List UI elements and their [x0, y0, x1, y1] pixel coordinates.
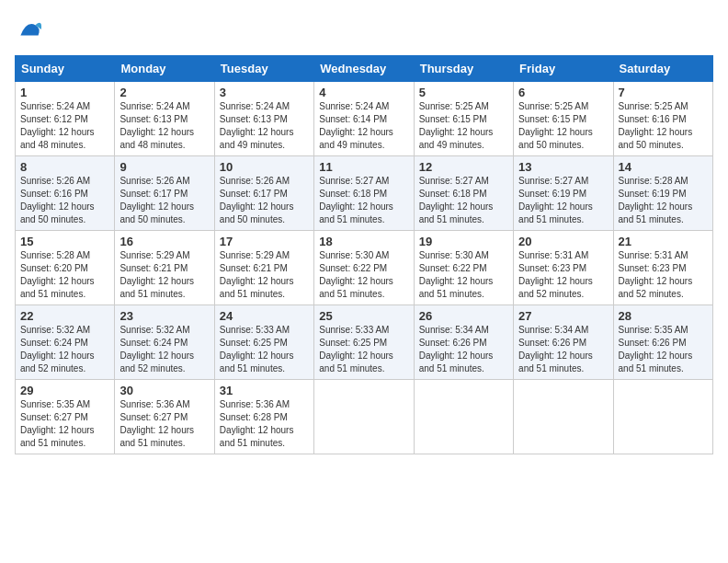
day-number: 9 [119, 160, 209, 174]
day-number: 20 [518, 235, 608, 248]
calendar-cell: 5Sunrise: 5:25 AMSunset: 6:15 PMDaylight… [414, 82, 513, 156]
day-info: Sunrise: 5:26 AMSunset: 6:16 PMDaylight:… [20, 175, 109, 226]
day-info: Sunrise: 5:28 AMSunset: 6:19 PMDaylight:… [619, 175, 708, 226]
calendar-cell: 1Sunrise: 5:24 AMSunset: 6:12 PMDaylight… [16, 82, 115, 156]
day-info: Sunrise: 5:25 AMSunset: 6:16 PMDaylight:… [619, 100, 708, 152]
col-header-sunday: Sunday [16, 56, 115, 82]
day-info: Sunrise: 5:32 AMSunset: 6:24 PMDaylight:… [20, 324, 109, 375]
day-number: 28 [619, 309, 708, 323]
calendar-cell: 2Sunrise: 5:24 AMSunset: 6:13 PMDaylight… [115, 82, 214, 156]
day-number: 15 [20, 235, 109, 248]
day-info: Sunrise: 5:31 AMSunset: 6:23 PMDaylight:… [619, 249, 708, 301]
day-info: Sunrise: 5:27 AMSunset: 6:19 PMDaylight:… [518, 175, 608, 226]
day-number: 11 [319, 160, 408, 174]
week-row-1: 1Sunrise: 5:24 AMSunset: 6:12 PMDaylight… [16, 82, 713, 156]
day-number: 27 [518, 309, 608, 323]
calendar-cell: 30Sunrise: 5:36 AMSunset: 6:27 PMDayligh… [115, 380, 214, 454]
day-number: 1 [20, 86, 109, 99]
day-number: 23 [119, 309, 209, 323]
calendar-cell [314, 380, 414, 454]
calendar-cell: 28Sunrise: 5:35 AMSunset: 6:26 PMDayligh… [613, 305, 712, 380]
day-number: 25 [319, 309, 408, 323]
day-info: Sunrise: 5:31 AMSunset: 6:23 PMDaylight:… [518, 249, 608, 301]
day-number: 6 [518, 86, 608, 99]
calendar-cell: 12Sunrise: 5:27 AMSunset: 6:18 PMDayligh… [414, 156, 513, 231]
day-info: Sunrise: 5:36 AMSunset: 6:27 PMDaylight:… [119, 398, 209, 450]
day-info: Sunrise: 5:28 AMSunset: 6:20 PMDaylight:… [20, 249, 109, 301]
day-number: 29 [20, 384, 109, 397]
calendar-cell [514, 380, 613, 454]
calendar-cell: 25Sunrise: 5:33 AMSunset: 6:25 PMDayligh… [314, 305, 414, 380]
day-number: 31 [220, 384, 309, 397]
calendar-cell: 17Sunrise: 5:29 AMSunset: 6:21 PMDayligh… [214, 231, 313, 305]
day-info: Sunrise: 5:30 AMSunset: 6:22 PMDaylight:… [419, 249, 508, 301]
day-info: Sunrise: 5:30 AMSunset: 6:22 PMDaylight:… [319, 249, 408, 301]
col-header-tuesday: Tuesday [214, 56, 313, 82]
day-info: Sunrise: 5:24 AMSunset: 6:13 PMDaylight:… [119, 100, 209, 152]
day-number: 5 [419, 86, 508, 99]
calendar-cell: 21Sunrise: 5:31 AMSunset: 6:23 PMDayligh… [613, 231, 712, 305]
day-number: 4 [319, 86, 408, 99]
calendar-cell: 26Sunrise: 5:34 AMSunset: 6:26 PMDayligh… [414, 305, 513, 380]
day-number: 18 [319, 235, 408, 248]
day-info: Sunrise: 5:29 AMSunset: 6:21 PMDaylight:… [119, 249, 209, 301]
col-header-saturday: Saturday [613, 56, 712, 82]
day-info: Sunrise: 5:35 AMSunset: 6:26 PMDaylight:… [619, 324, 708, 375]
calendar-cell: 6Sunrise: 5:25 AMSunset: 6:15 PMDaylight… [514, 82, 613, 156]
day-info: Sunrise: 5:33 AMSunset: 6:25 PMDaylight:… [319, 324, 408, 375]
calendar-cell: 15Sunrise: 5:28 AMSunset: 6:20 PMDayligh… [16, 231, 115, 305]
calendar-cell: 23Sunrise: 5:32 AMSunset: 6:24 PMDayligh… [115, 305, 214, 380]
day-info: Sunrise: 5:24 AMSunset: 6:14 PMDaylight:… [319, 100, 408, 152]
day-number: 3 [220, 86, 309, 99]
day-number: 8 [20, 160, 109, 174]
day-number: 2 [119, 86, 209, 99]
logo-icon [15, 15, 44, 44]
day-info: Sunrise: 5:26 AMSunset: 6:17 PMDaylight:… [220, 175, 309, 226]
calendar-cell: 11Sunrise: 5:27 AMSunset: 6:18 PMDayligh… [314, 156, 414, 231]
calendar-cell [613, 380, 712, 454]
calendar-cell: 3Sunrise: 5:24 AMSunset: 6:13 PMDaylight… [214, 82, 313, 156]
calendar-cell: 4Sunrise: 5:24 AMSunset: 6:14 PMDaylight… [314, 82, 414, 156]
day-number: 7 [619, 86, 708, 99]
day-number: 19 [419, 235, 508, 248]
calendar-cell: 31Sunrise: 5:36 AMSunset: 6:28 PMDayligh… [214, 380, 313, 454]
day-info: Sunrise: 5:25 AMSunset: 6:15 PMDaylight:… [518, 100, 608, 152]
col-header-friday: Friday [514, 56, 613, 82]
day-info: Sunrise: 5:35 AMSunset: 6:27 PMDaylight:… [20, 398, 109, 450]
day-number: 30 [119, 384, 209, 397]
day-number: 26 [419, 309, 508, 323]
day-info: Sunrise: 5:34 AMSunset: 6:26 PMDaylight:… [419, 324, 508, 375]
logo [15, 15, 48, 44]
day-number: 21 [619, 235, 708, 248]
day-number: 13 [518, 160, 608, 174]
calendar-cell: 9Sunrise: 5:26 AMSunset: 6:17 PMDaylight… [115, 156, 214, 231]
day-number: 17 [220, 235, 309, 248]
header [15, 15, 713, 44]
day-info: Sunrise: 5:24 AMSunset: 6:12 PMDaylight:… [20, 100, 109, 152]
day-info: Sunrise: 5:27 AMSunset: 6:18 PMDaylight:… [319, 175, 408, 226]
calendar-cell: 18Sunrise: 5:30 AMSunset: 6:22 PMDayligh… [314, 231, 414, 305]
calendar-cell: 20Sunrise: 5:31 AMSunset: 6:23 PMDayligh… [514, 231, 613, 305]
calendar-cell: 27Sunrise: 5:34 AMSunset: 6:26 PMDayligh… [514, 305, 613, 380]
day-number: 22 [20, 309, 109, 323]
calendar-cell [414, 380, 513, 454]
day-number: 12 [419, 160, 508, 174]
day-info: Sunrise: 5:32 AMSunset: 6:24 PMDaylight:… [119, 324, 209, 375]
day-info: Sunrise: 5:24 AMSunset: 6:13 PMDaylight:… [220, 100, 309, 152]
day-info: Sunrise: 5:26 AMSunset: 6:17 PMDaylight:… [119, 175, 209, 226]
calendar-cell: 19Sunrise: 5:30 AMSunset: 6:22 PMDayligh… [414, 231, 513, 305]
week-row-5: 29Sunrise: 5:35 AMSunset: 6:27 PMDayligh… [16, 380, 713, 454]
calendar-table: SundayMondayTuesdayWednesdayThursdayFrid… [15, 55, 713, 454]
week-row-3: 15Sunrise: 5:28 AMSunset: 6:20 PMDayligh… [16, 231, 713, 305]
col-header-wednesday: Wednesday [314, 56, 414, 82]
day-info: Sunrise: 5:33 AMSunset: 6:25 PMDaylight:… [220, 324, 309, 375]
day-info: Sunrise: 5:36 AMSunset: 6:28 PMDaylight:… [220, 398, 309, 450]
calendar-cell: 8Sunrise: 5:26 AMSunset: 6:16 PMDaylight… [16, 156, 115, 231]
calendar-cell: 24Sunrise: 5:33 AMSunset: 6:25 PMDayligh… [214, 305, 313, 380]
calendar-cell: 16Sunrise: 5:29 AMSunset: 6:21 PMDayligh… [115, 231, 214, 305]
calendar-cell: 29Sunrise: 5:35 AMSunset: 6:27 PMDayligh… [16, 380, 115, 454]
col-header-thursday: Thursday [414, 56, 513, 82]
calendar-cell: 10Sunrise: 5:26 AMSunset: 6:17 PMDayligh… [214, 156, 313, 231]
day-number: 16 [119, 235, 209, 248]
week-row-4: 22Sunrise: 5:32 AMSunset: 6:24 PMDayligh… [16, 305, 713, 380]
